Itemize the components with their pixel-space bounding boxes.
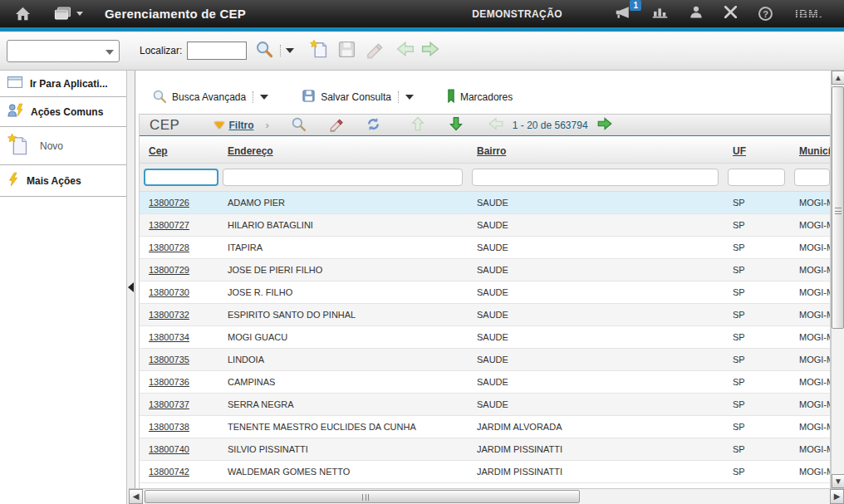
next-page-button[interactable] [596,116,613,134]
scroll-left-button[interactable]: ◀ [129,489,143,504]
table-row[interactable]: 13800740SILVIO PISSINATTIJARDIM PISSINAT… [140,438,830,461]
cep-link[interactable]: 13800735 [149,355,189,365]
pagination-label: 1 - 20 de 563794 [513,120,588,131]
cep-cell: 13800729 [140,265,218,275]
cep-link[interactable]: 13800728 [149,242,189,252]
scroll-up-button[interactable]: ▲ [832,71,844,85]
table-row[interactable]: 13800730JOSE R. FILHOSAUDESPMOGI-MI [140,281,830,304]
applications-menu-icon[interactable] [54,7,83,21]
sidebar-splitter[interactable] [126,71,135,504]
close-button[interactable] [724,6,737,22]
table-row[interactable]: 13800736CAMPINASSAUDESPMOGI-MI [140,371,830,394]
column-header-endereco[interactable]: Endereço [218,145,468,163]
table-row[interactable]: 13800742WALDEMAR GOMES NETTOJARDIM PISSI… [140,461,830,483]
table-row[interactable]: 13800735LINDOIASAUDESPMOGI-MI [140,349,830,371]
vertical-scrollbar[interactable]: ▲ ▼ [831,71,844,488]
window-icon [7,76,23,92]
table-cell: SAUDE [468,355,724,365]
collapse-sidebar-icon[interactable] [128,282,134,292]
sidebar-item-go-to-applications[interactable]: Ir Para Aplicati... [0,71,126,97]
reports-button[interactable] [652,7,668,22]
cep-link[interactable]: 13800726 [149,198,189,208]
quick-insert-combobox[interactable] [7,40,120,62]
scroll-down-button[interactable]: ▼ [832,474,844,488]
search-rows-button[interactable] [291,116,307,135]
save-button[interactable] [337,40,356,62]
horizontal-scrollbar[interactable]: ◀ ▶ [129,488,844,504]
table-cell: SP [724,242,790,252]
table-row[interactable]: 13800729JOSE DE PIERI FILHOSAUDESPMOGI-M… [140,259,830,281]
advanced-search-button[interactable]: Busca Avançada [152,89,246,106]
filter-input-uf[interactable] [728,169,785,186]
filter-input-bairro[interactable] [472,169,719,186]
cep-link[interactable]: 13800738 [149,422,189,432]
table-row[interactable]: 13800737SERRA NEGRASAUDESPMOGI-MI [140,394,830,416]
cep-link[interactable]: 13800732 [149,310,189,320]
separator [398,91,399,103]
column-header-cep[interactable]: Cep [140,145,218,163]
cep-link[interactable]: 13800727 [149,220,189,230]
home-icon[interactable] [15,7,31,21]
filter-triangle-icon [214,122,224,129]
new-record-button[interactable] [309,39,329,62]
refresh-button[interactable] [366,116,381,135]
previous-page-button[interactable] [488,116,504,134]
sidebar-item-common-actions[interactable]: Ações Comuns [0,97,126,127]
find-label: Localizar: [140,45,182,56]
cep-link[interactable]: 13800737 [149,399,189,409]
cep-link[interactable]: 13800734 [149,332,189,342]
arrow-up-icon [410,115,426,135]
next-record-button[interactable] [420,40,440,61]
new-document-icon [7,133,28,159]
announcements-button[interactable]: 1 [614,6,631,22]
table-row[interactable]: 13800734MOGI GUACUSAUDESPMOGI-MI [140,326,830,349]
table-cell: SAUDE [468,310,724,320]
refresh-icon [366,116,381,135]
table-cell: HILARIO BATAGLINI [218,220,468,230]
arrow-right-icon [596,122,613,134]
cep-link[interactable]: 13800729 [149,265,189,275]
horizontal-scrollbar-thumb[interactable] [145,490,580,503]
find-input[interactable] [187,42,247,60]
clear-changes-button[interactable] [365,40,384,62]
column-header-uf[interactable]: UF [724,145,790,163]
table-row[interactable]: 13800728ITAPIRASAUDESPMOGI-MI [140,237,830,259]
vertical-scrollbar-thumb[interactable] [832,86,844,329]
filter-toggle[interactable]: Filtro [214,120,253,131]
cep-link[interactable]: 13800736 [149,377,189,387]
cep-link[interactable]: 13800742 [149,467,189,477]
previous-row-button[interactable] [410,115,426,135]
cep-link[interactable]: 13800740 [149,444,189,454]
find-search-button[interactable] [255,40,273,61]
help-button[interactable]: ? [758,7,773,21]
column-header-municipio[interactable]: Município [790,145,830,163]
table-cell: JOSE R. FILHO [218,287,468,297]
filter-input-cep[interactable] [144,169,218,186]
next-row-button[interactable] [448,115,464,135]
filter-input-endereco[interactable] [223,169,463,186]
chevron-down-icon [76,12,83,16]
sidebar-item-more-actions[interactable]: Mais Ações [0,165,126,197]
chevron-down-icon[interactable] [405,95,414,100]
sidebar-item-new[interactable]: Novo [0,127,126,165]
previous-record-button[interactable] [395,40,415,61]
save-query-button[interactable]: Salvar Consulta [302,89,391,105]
table-row[interactable]: 13800732ESPIRITO SANTO DO PINHALSAUDESPM… [140,304,830,326]
person-lightning-icon [7,103,24,120]
table-row[interactable]: 13800727HILARIO BATAGLINISAUDESPMOGI-MI [140,214,830,237]
chevron-down-icon[interactable] [260,95,268,100]
cep-link[interactable]: 13800730 [149,287,189,297]
find-options-dropdown[interactable] [284,48,294,53]
filter-input-municipio[interactable] [794,169,830,186]
bookmarks-button[interactable]: Marcadores [447,89,513,105]
table-cell: SP [724,355,790,365]
table-row[interactable]: 13800726ADAMO PIERSAUDESPMOGI-MI [140,192,830,214]
table-cell: ESPIRITO SANTO DO PINHAL [218,310,468,320]
column-header-bairro[interactable]: Bairro [468,145,724,163]
scroll-right-button[interactable]: ▶ [830,489,844,504]
table-cell: MOGI-MI [790,287,830,297]
clear-filter-button[interactable] [328,116,344,135]
chevron-down-icon [106,43,114,58]
table-row[interactable]: 13800738TENENTE MAESTRO EUCLIDES DA CUNH… [140,416,830,438]
profile-button[interactable] [689,6,703,22]
